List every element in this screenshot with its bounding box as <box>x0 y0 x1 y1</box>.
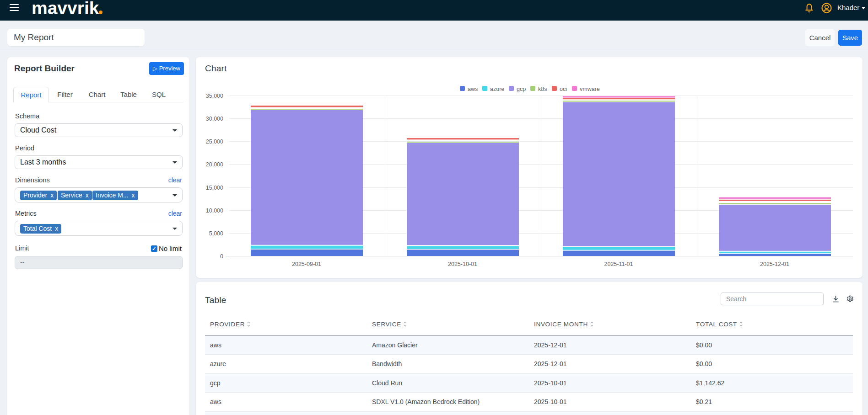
svg-text:30,000: 30,000 <box>206 116 223 122</box>
svg-text:oci: oci <box>560 86 567 92</box>
svg-text:15,000: 15,000 <box>206 185 223 191</box>
svg-text:gcp: gcp <box>517 86 526 92</box>
svg-text:0: 0 <box>220 253 223 260</box>
svg-text:20,000: 20,000 <box>206 161 223 168</box>
svg-text:35,000: 35,000 <box>206 93 223 99</box>
svg-text:azure: azure <box>490 86 504 92</box>
svg-text:2025-12-01: 2025-12-01 <box>760 261 789 267</box>
svg-text:5,000: 5,000 <box>209 230 223 237</box>
svg-text:25,000: 25,000 <box>206 138 223 145</box>
svg-text:2025-09-01: 2025-09-01 <box>292 261 321 267</box>
svg-text:2025-10-01: 2025-10-01 <box>448 261 477 267</box>
svg-text:aws: aws <box>468 86 478 92</box>
svg-text:2025-11-01: 2025-11-01 <box>604 261 633 267</box>
svg-text:vmware: vmware <box>580 86 600 92</box>
svg-text:10,000: 10,000 <box>206 208 223 214</box>
svg-text:k8s: k8s <box>538 86 547 92</box>
